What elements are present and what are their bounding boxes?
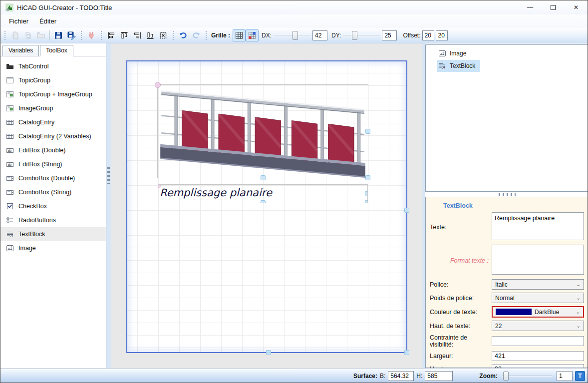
- maximize-icon: [551, 5, 556, 10]
- undo-button[interactable]: [177, 29, 190, 41]
- image-element[interactable]: [157, 84, 368, 178]
- align-top-button[interactable]: [118, 29, 131, 41]
- redo-button[interactable]: [190, 29, 203, 41]
- menu-item-editer[interactable]: Éditer: [34, 15, 62, 27]
- textblock-handle-bottom[interactable]: [261, 200, 266, 203]
- largeur-label: Largeur:: [430, 353, 492, 360]
- panel-splitter[interactable]: [425, 192, 588, 197]
- largeur-input[interactable]: [492, 351, 584, 361]
- surface-label: Surface:: [353, 373, 377, 380]
- texte-textarea[interactable]: Remplissage planaire: [492, 212, 584, 240]
- toolbar-grip[interactable]: [81, 31, 82, 40]
- dy-slider[interactable]: [343, 30, 380, 40]
- design-page[interactable]: Remplissage planaire: [126, 60, 407, 353]
- left-splitter[interactable]: [106, 43, 111, 368]
- offset-y-input[interactable]: [436, 30, 448, 40]
- dy-slider-thumb[interactable]: [352, 31, 357, 40]
- image-handle-bottom[interactable]: [261, 175, 266, 180]
- contrainte-label: Contrainte de visibilité:: [430, 334, 492, 348]
- dx-input[interactable]: [312, 30, 327, 40]
- align-right-button[interactable]: [131, 29, 144, 41]
- toolbox-item-topicgroup-imagegroup[interactable]: TopicGroup + ImageGroup: [0, 87, 106, 101]
- page-handle-right[interactable]: [404, 208, 409, 213]
- format-texte-textarea[interactable]: [492, 245, 584, 275]
- tree-item-image[interactable]: Image: [426, 47, 588, 59]
- tab-toolbox[interactable]: ToolBox: [40, 45, 73, 56]
- zoom-slider[interactable]: [502, 371, 552, 381]
- close-button[interactable]: ✕: [565, 0, 588, 14]
- image-handle-bottomright[interactable]: [365, 175, 370, 180]
- zoom-input[interactable]: [557, 371, 573, 381]
- toolbar-grip[interactable]: [4, 31, 6, 40]
- page-handle-bottomright[interactable]: [404, 350, 409, 355]
- hauteur-input[interactable]: [492, 364, 584, 368]
- surface-b-input[interactable]: [388, 371, 414, 381]
- prop-row-poids: Poids de police: Normal ⌄: [430, 293, 584, 303]
- toolbar-grip[interactable]: [173, 31, 174, 40]
- new-file-button[interactable]: [8, 29, 21, 41]
- toolbar-grip[interactable]: [101, 31, 102, 40]
- new-file-icon: [10, 31, 19, 40]
- toolbox-item-checkbox[interactable]: CheckBox: [0, 199, 106, 213]
- save-as-button[interactable]: [65, 29, 78, 41]
- haut-combobox[interactable]: 22 ⌄: [492, 321, 584, 331]
- toolbox-item-catalogentry[interactable]: CatalogEntry: [0, 115, 106, 129]
- redo-icon: [192, 31, 201, 40]
- prop-row-police: Police: Italic ⌄: [430, 279, 584, 290]
- grid-snap-icon: [248, 31, 256, 39]
- toolbox-item-tabcontrol[interactable]: TabControl: [0, 59, 106, 73]
- status-bar: Surface: B: H: Zoom: T: [0, 369, 588, 383]
- combobox-icon: [6, 188, 14, 196]
- maximize-button[interactable]: [542, 0, 565, 14]
- toolbox-item-radiobuttons[interactable]: RadioButtons: [0, 213, 106, 227]
- offset-x-input[interactable]: [422, 30, 434, 40]
- toolbox-item-combobox-double[interactable]: ComboBox (Double): [0, 171, 106, 185]
- image-handle-topleft[interactable]: [155, 82, 161, 88]
- align-left-button[interactable]: [105, 29, 118, 41]
- dx-slider[interactable]: [274, 30, 310, 40]
- contrainte-input[interactable]: [492, 336, 584, 346]
- zoom-slider-thumb[interactable]: [503, 372, 509, 381]
- resize-frame-button[interactable]: [157, 29, 170, 41]
- plug-button[interactable]: [85, 29, 98, 41]
- toolbox-item-imagegroup[interactable]: ImageGroup: [0, 101, 106, 115]
- toolbox-item-combobox-string[interactable]: ComboBox (String): [0, 185, 106, 199]
- dx-slider-thumb[interactable]: [293, 31, 298, 40]
- zoom-label: Zoom:: [479, 373, 498, 380]
- tree-item-textblock[interactable]: A TextBlock: [437, 60, 480, 72]
- toolbox-item-editbox-string[interactable]: ab EditBox (String): [0, 157, 106, 171]
- open-folder-button[interactable]: [34, 29, 47, 41]
- textblock-handle-right[interactable]: [365, 191, 368, 196]
- dy-input[interactable]: [382, 30, 397, 40]
- image-handle-right[interactable]: [365, 129, 370, 134]
- grid-snap-toggle-button[interactable]: [246, 29, 259, 41]
- toolbox-item-topicgroup[interactable]: TopicGroup: [0, 73, 106, 87]
- toolbar-grip[interactable]: [206, 31, 207, 40]
- save-button[interactable]: [52, 29, 65, 41]
- toolbox-item-textblock[interactable]: A TextBlock: [0, 227, 106, 241]
- grid-toggle-button[interactable]: [233, 29, 246, 41]
- couleur-combobox[interactable]: DarkBlue ⌄: [492, 306, 584, 318]
- toolbox-item-image[interactable]: Image: [0, 241, 106, 255]
- save-icon: [54, 31, 63, 40]
- police-combobox[interactable]: Italic ⌄: [492, 279, 584, 290]
- reload-file-button[interactable]: [21, 29, 34, 41]
- right-panel: Image A TextBlock TextBlock Texte: Rempl…: [425, 43, 588, 368]
- poids-combobox[interactable]: Normal ⌄: [492, 293, 584, 303]
- align-bottom-button[interactable]: [144, 29, 157, 41]
- radiobuttons-icon: [6, 216, 14, 224]
- minimize-button[interactable]: —: [519, 0, 542, 14]
- page-handle-bottom[interactable]: [266, 350, 271, 355]
- catalogentry-icon: [6, 118, 14, 126]
- menu-item-fichier[interactable]: Fichier: [3, 15, 34, 27]
- left-panel-tabs: Variables ToolBox: [0, 43, 106, 56]
- toolbox-item-editbox-double[interactable]: ab EditBox (Double): [0, 143, 106, 157]
- surface-h-input[interactable]: [425, 371, 453, 381]
- textblock-handle-bottomright[interactable]: [365, 200, 368, 203]
- toolbox-item-catalogentry-2[interactable]: CatalogEntry (2 Variables): [0, 129, 106, 143]
- text-mode-button[interactable]: T: [575, 371, 585, 381]
- svg-text:ab: ab: [7, 149, 11, 152]
- textblock-element[interactable]: Remplissage planaire: [158, 184, 368, 203]
- element-tree: Image A TextBlock: [425, 44, 588, 192]
- tab-variables[interactable]: Variables: [2, 45, 39, 56]
